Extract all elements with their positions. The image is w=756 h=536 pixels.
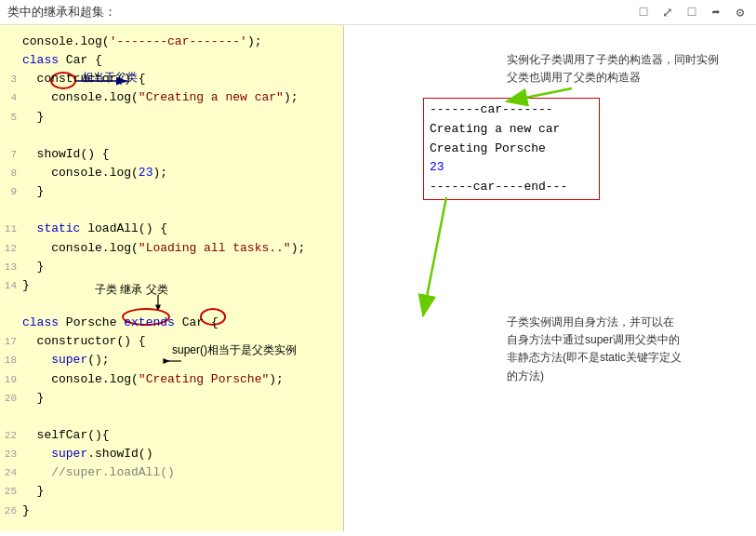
code-line-26: 26 } [0, 502, 343, 520]
code-line-10 [0, 201, 343, 220]
picture-icon[interactable]: □ [683, 4, 700, 20]
code-line-1: console.log('-------car-------'); [0, 33, 343, 51]
code-line-5: 5 } [0, 108, 343, 127]
code-line-2: class Car { [0, 51, 343, 70]
output-line-3: Creating Porsche [430, 140, 593, 159]
code-line-8: 8 console.log(23); [0, 164, 343, 182]
code-line-6 [0, 127, 343, 145]
code-line-15 [0, 295, 343, 314]
code-line-19: 19 console.log("Creating Porsche"); [0, 370, 343, 389]
code-line-27 [0, 520, 343, 531]
code-line-7: 7 showId() { [0, 145, 343, 164]
code-line-9: 9 } [0, 182, 343, 201]
right-panel: 实例化子类调用了子类的构造器，同时实例父类也调用了父类的构造器 -------c… [344, 25, 756, 531]
page-title: 类中的继承和超集： [7, 4, 635, 20]
top-bar: 类中的继承和超集： □ ⤢ □ ➦ ⚙ [0, 0, 756, 25]
code-line-14: 14 } [0, 276, 343, 295]
output-line-2: Creating a new car [430, 120, 593, 140]
code-line-25: 25 } [0, 482, 343, 501]
top-right-annotation: 实例化子类调用了子类的构造器，同时实例父类也调用了父类的构造器 [507, 51, 739, 87]
svg-line-7 [423, 197, 446, 315]
code-panel: 相当于父类 子类 继承 父类 super()相当于是父类实例 [0, 25, 344, 531]
code-line-12: 12 console.log("Loading all tasks.."); [0, 239, 343, 258]
copy-icon[interactable]: □ [635, 4, 652, 20]
bottom-right-annotation: 子类实例调用自身方法，并可以在自身方法中通过super调用父类中的非静态方法(即… [507, 314, 739, 385]
code-line-16: class Porsche extends Car { [0, 314, 343, 332]
share-icon[interactable]: ➦ [708, 4, 724, 20]
output-line-1: -------car------- [430, 100, 593, 120]
code-line-11: 11 static loadAll() { [0, 220, 343, 238]
toolbar-icons: □ ⤢ □ ➦ ⚙ [635, 4, 749, 20]
code-line-20: 20 } [0, 389, 343, 408]
main-container: 相当于父类 子类 继承 父类 super()相当于是父类实例 [0, 25, 756, 531]
code-line-22: 22 selfCar(){ [0, 426, 343, 445]
code-line-18: 18 super(); [0, 351, 343, 369]
code-line-4: 4 console.log("Creating a new car"); [0, 88, 343, 107]
code-line-17: 17 constructor() { [0, 332, 343, 351]
settings-icon[interactable]: ⚙ [732, 4, 749, 20]
output-line-5: ------car----end--- [430, 178, 593, 197]
code-line-23: 23 super.showId() [0, 445, 343, 463]
code-line-3: 3 constructor() { [0, 70, 343, 88]
output-line-4: 23 [430, 158, 593, 178]
output-box: -------car------- Creating a new car Cre… [423, 98, 600, 200]
expand-icon[interactable]: ⤢ [659, 4, 676, 20]
code-line-24: 24 //super.loadAll() [0, 463, 343, 482]
code-line-21 [0, 408, 343, 426]
code-line-13: 13 } [0, 258, 343, 276]
code-inner: 相当于父类 子类 继承 父类 super()相当于是父类实例 [0, 33, 343, 531]
